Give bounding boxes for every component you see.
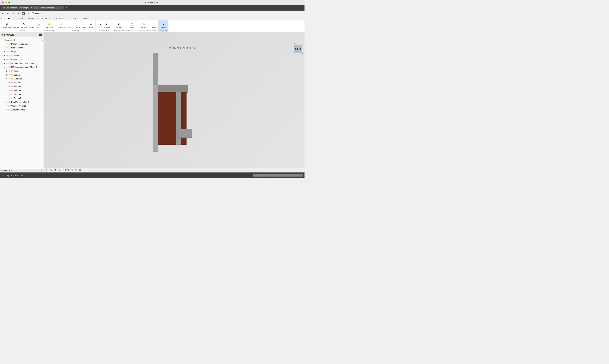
tree-arrow-unsaved: ▼: [1, 39, 3, 41]
vp-orbit-button[interactable]: ↺: [53, 169, 57, 172]
new-component-label: New Comp: [3, 26, 11, 28]
ribbon-group-create: ⊞ New Comp ▭ Extrude ↻ Revolve ⌒ Sweep ◇…: [1, 20, 43, 32]
vp-zoom-level[interactable]: 100%: [63, 169, 70, 172]
tree-arrow-counter-weight: ▶: [3, 105, 6, 107]
viewport[interactable]: CONSTRUCT >: [44, 32, 305, 172]
tree-label-pen-marker: Pen/Marker Holder:1: [11, 101, 43, 103]
status-play-button[interactable]: ▶: [10, 174, 13, 177]
tree-arrow-pen-marker: ▶: [3, 101, 6, 103]
status-play2-button[interactable]: ▶▶: [14, 174, 19, 177]
tree-item-origin[interactable]: ▶ 👁 📁 Origin: [0, 50, 43, 53]
tree-item-nema-sketches[interactable]: ▼ 👁 📁 Sketches: [0, 77, 43, 81]
maximize-button[interactable]: [8, 1, 10, 3]
tab-close-button[interactable]: ×: [61, 7, 62, 9]
tree-icon-nema: ⬜: [8, 66, 11, 68]
svg-rect-4: [178, 129, 192, 138]
vp-cursor-button[interactable]: 🖱: [49, 169, 53, 172]
inspect-group-label: INSPECT ▾: [140, 30, 148, 32]
tree-item-nema-origin[interactable]: ▶ 👁 📁 Origin: [0, 69, 43, 73]
construct-button[interactable]: ◫ Construct: [127, 22, 136, 29]
tree-label-arduino: ArduinoMount:1: [11, 109, 43, 111]
status-first-button[interactable]: ⏮: [1, 174, 5, 177]
chamfer-button[interactable]: ◿ Chamfer: [73, 22, 81, 29]
extrude-button[interactable]: ▭ Extrude: [12, 22, 20, 29]
press-pull-button[interactable]: ⬆ Press Pull: [56, 22, 66, 29]
fillet-button[interactable]: ◜ Fillet: [66, 22, 72, 29]
loft-button[interactable]: ◇ Loft: [36, 22, 42, 29]
tree-icon-counter-weight: ⬜: [8, 104, 11, 107]
automate-label: Automate: [46, 26, 53, 28]
tree-item-named-views[interactable]: ▶ 👁 📁 Named Views: [0, 46, 43, 50]
insert-button[interactable]: ⬇ Insert: [151, 22, 157, 29]
tab-mesh[interactable]: MESH: [26, 17, 36, 20]
revolve-button[interactable]: ↻ Revolve: [20, 22, 28, 29]
tree-item-arduino[interactable]: ▶ 👁 ⬜ ArduinoMount:1: [0, 108, 43, 112]
tree-label-named-views: Named Views: [11, 47, 43, 49]
select-group-label: SELECT ▾: [160, 30, 167, 32]
configure-button[interactable]: ⚒ Configure: [114, 22, 123, 29]
design-label: DESIGN: [32, 12, 39, 14]
move-label: Move: [89, 26, 93, 28]
ribbon-group-insert: ⬇ Insert INSERT ▾: [149, 20, 159, 32]
tab-sheet-metal[interactable]: SHEET METAL: [36, 17, 53, 20]
tree-item-nema[interactable]: ▼ 👁 ⬜ NEMA Stepper Motor Mount:1: [0, 65, 43, 69]
tree-item-construction[interactable]: ▶ 👁 📁 Construction: [0, 57, 43, 61]
comments-expand-button[interactable]: +: [41, 169, 42, 172]
move-button[interactable]: ✛ Move: [88, 22, 94, 29]
tree-item-unsaved[interactable]: ▼ 📁 (Unsaved) ●: [0, 38, 43, 42]
vp-display-button[interactable]: □: [70, 169, 73, 172]
status-prev-button[interactable]: ◀: [6, 174, 9, 177]
tree-eye-arduino: 👁: [6, 108, 8, 111]
tree-item-sketch1[interactable]: 👁 ✏ Sketch1: [0, 81, 43, 85]
tab-manage[interactable]: MANAGE: [80, 17, 93, 20]
construct-label: CONSTRUCT >: [169, 47, 195, 50]
inspect-button[interactable]: 🔍 Inspect: [140, 22, 147, 29]
vp-grid-button[interactable]: ⊞: [74, 169, 77, 172]
tab-plastic[interactable]: PLASTIC: [54, 17, 66, 20]
home-button[interactable]: ⌂: [27, 12, 29, 15]
automate-button[interactable]: ⚡ Automate: [45, 22, 54, 29]
new-component-button[interactable]: ⊞ New Comp: [2, 22, 12, 29]
status-bar: ⏮ ◀ ▶ ▶▶ ⏭ █████████████████████████████…: [0, 172, 305, 178]
redo-button[interactable]: ↪: [11, 12, 15, 15]
tab-add-button[interactable]: +: [66, 6, 67, 9]
undo-button[interactable]: ↩: [1, 12, 5, 15]
tree-item-sketch3[interactable]: 👁 ✏ Sketch3: [0, 89, 43, 92]
browser-expand-button[interactable]: ⬛: [39, 33, 42, 36]
as-built-joint-button[interactable]: ⚙ As-Built: [103, 22, 111, 29]
save-button[interactable]: 💾: [21, 12, 26, 15]
select-button[interactable]: ↖ Select: [160, 22, 167, 29]
tree-eye-nema-sketches: 👁: [8, 78, 11, 80]
ribbon-group-configure: ⚒ Configure CONFIGURE ▾: [112, 20, 125, 32]
design-dropdown[interactable]: DESIGN ▾: [30, 11, 42, 15]
tree-item-wooden-board[interactable]: ▶ 👁 ⬜ Wooden Board (aka door):1: [0, 61, 43, 65]
joint-label: Joint: [98, 26, 102, 28]
joint-button[interactable]: ⚙ Joint: [97, 22, 103, 29]
shell-button[interactable]: □ Shell: [81, 22, 88, 29]
sweep-button[interactable]: ⌒ Sweep: [28, 22, 35, 29]
tree-item-sketch4[interactable]: 👁 ✏ Sketch4: [0, 92, 43, 96]
tree-item-counter-weight[interactable]: ▶ 👁 ⬜ Counter Weight:1: [0, 104, 43, 108]
vp-home-button[interactable]: ⟳: [45, 169, 49, 172]
tree-item-pen-marker[interactable]: ▶ 👁 ⬜ Pen/Marker Holder:1: [0, 100, 43, 104]
tab-utilities[interactable]: UTILITIES: [67, 17, 80, 20]
tree-item-nema-bodies[interactable]: ▶ 👁 📁 Bodies: [0, 73, 43, 77]
redo2-button[interactable]: ↪: [16, 12, 20, 15]
vp-render-button[interactable]: ▦: [78, 169, 82, 172]
tree-icon-nema-bodies: 📁: [11, 74, 13, 76]
minimize-button[interactable]: [5, 1, 7, 3]
tree-item-sketch5[interactable]: 👁 ✏ Sketch5: [0, 96, 43, 100]
vp-zoom-button[interactable]: 🔍: [58, 169, 62, 172]
tab-surface[interactable]: SURFACE: [12, 17, 26, 20]
main-tab[interactable]: Fab Academy – Moonlighter Week 10 – Mach…: [1, 6, 64, 10]
ribbon-group-modify: ⬆ Press Pull ◜ Fillet ◿ Chamfer □ Shell …: [55, 20, 95, 32]
select-buttons: ↖ Select: [160, 21, 167, 29]
tree-item-sketches[interactable]: ▶ 👁 📁 Sketches: [0, 53, 43, 57]
tree-item-doc-settings[interactable]: ▶ 👁 📁 Document Settings: [0, 42, 43, 46]
create-group-label: CREATE: [19, 30, 25, 32]
tab-solid[interactable]: SOLID: [1, 17, 12, 20]
tree-item-sketch2[interactable]: 👁 ✏ Sketch2: [0, 85, 43, 89]
status-last-button[interactable]: ⏭: [20, 174, 24, 177]
undo2-button[interactable]: ↩: [6, 12, 10, 15]
close-button[interactable]: [2, 1, 4, 3]
